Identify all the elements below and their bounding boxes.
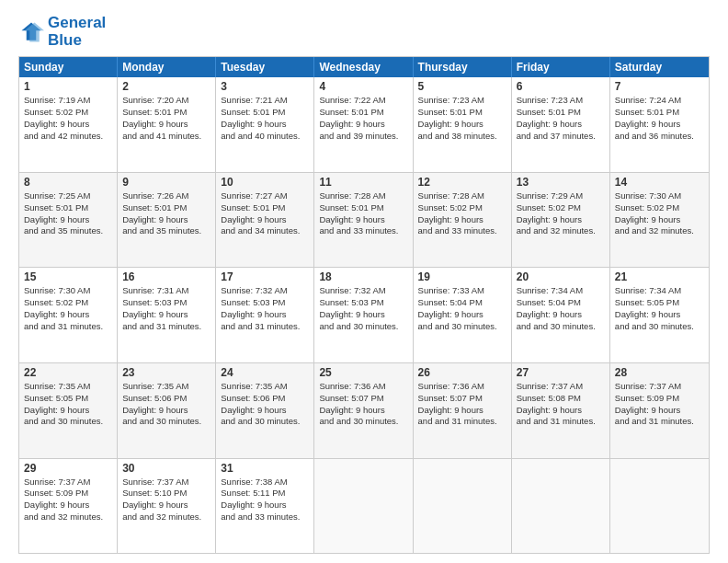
day-cell-11: 11Sunrise: 7:28 AMSunset: 5:01 PMDayligh…	[314, 173, 413, 268]
daylight-value: and and 30 minutes.	[122, 416, 210, 428]
daylight-value: and and 30 minutes.	[319, 416, 407, 428]
day-cell-29: 29Sunrise: 7:37 AMSunset: 5:09 PMDayligh…	[19, 459, 118, 554]
day-number: 11	[319, 176, 407, 189]
sunset-line: Sunset: 5:01 PM	[319, 202, 407, 214]
sunrise-line: Sunrise: 7:37 AM	[122, 477, 210, 488]
logo-text: General Blue	[48, 15, 106, 49]
sunset-line: Sunset: 5:07 PM	[418, 393, 506, 405]
sunrise-line: Sunrise: 7:35 AM	[122, 381, 210, 393]
sunset-line: Sunset: 5:01 PM	[24, 202, 112, 214]
sunset-line: Sunset: 5:06 PM	[221, 393, 309, 405]
day-number: 10	[221, 176, 309, 189]
sunrise-line: Sunrise: 7:24 AM	[615, 95, 704, 107]
daylight-value: and and 31 minutes.	[418, 416, 506, 428]
day-cell-20: 20Sunrise: 7:34 AMSunset: 5:04 PMDayligh…	[512, 268, 610, 362]
sunset-line: Sunset: 5:02 PM	[24, 297, 112, 309]
day-number: 5	[418, 80, 506, 93]
weekday-header-saturday: Saturday	[610, 57, 709, 77]
daylight-value: and and 32 minutes.	[615, 225, 704, 237]
daylight-label: Daylight: 9 hours	[517, 214, 605, 226]
daylight-value: and and 30 minutes.	[221, 416, 309, 428]
day-number: 24	[221, 366, 309, 379]
calendar-page: General Blue SundayMondayTuesdayWednesda…	[0, 0, 728, 563]
sunset-line: Sunset: 5:01 PM	[615, 107, 704, 119]
weekday-header-friday: Friday	[512, 57, 610, 77]
day-cell-7: 7Sunrise: 7:24 AMSunset: 5:01 PMDaylight…	[610, 77, 709, 172]
day-cell-2: 2Sunrise: 7:20 AMSunset: 5:01 PMDaylight…	[118, 77, 216, 172]
sunrise-line: Sunrise: 7:35 AM	[221, 381, 309, 393]
daylight-value: and and 39 minutes.	[319, 131, 407, 143]
day-number: 18	[319, 270, 407, 283]
sunset-line: Sunset: 5:03 PM	[122, 297, 210, 309]
empty-cell	[314, 459, 413, 554]
day-cell-12: 12Sunrise: 7:28 AMSunset: 5:02 PMDayligh…	[414, 173, 512, 268]
calendar-header-row: SundayMondayTuesdayWednesdayThursdayFrid…	[19, 57, 709, 77]
daylight-label: Daylight: 9 hours	[24, 309, 112, 321]
daylight-value: and and 31 minutes.	[517, 416, 605, 428]
daylight-label: Daylight: 9 hours	[418, 309, 506, 321]
daylight-value: and and 35 minutes.	[24, 225, 112, 237]
daylight-value: and and 30 minutes.	[517, 321, 605, 333]
daylight-value: and and 31 minutes.	[122, 321, 210, 333]
daylight-value: and and 40 minutes.	[221, 131, 309, 143]
sunset-line: Sunset: 5:05 PM	[24, 393, 112, 405]
weekday-header-wednesday: Wednesday	[314, 57, 413, 77]
sunrise-line: Sunrise: 7:34 AM	[517, 285, 605, 297]
sunset-line: Sunset: 5:04 PM	[418, 297, 506, 309]
sunrise-line: Sunrise: 7:31 AM	[122, 285, 210, 297]
sunset-line: Sunset: 5:02 PM	[517, 202, 605, 214]
day-cell-17: 17Sunrise: 7:32 AMSunset: 5:03 PMDayligh…	[216, 268, 314, 362]
daylight-label: Daylight: 9 hours	[122, 309, 210, 321]
sunrise-line: Sunrise: 7:20 AM	[122, 95, 210, 107]
day-cell-28: 28Sunrise: 7:37 AMSunset: 5:09 PMDayligh…	[610, 363, 709, 458]
daylight-value: and and 30 minutes.	[319, 321, 407, 333]
sunset-line: Sunset: 5:01 PM	[418, 107, 506, 119]
day-cell-16: 16Sunrise: 7:31 AMSunset: 5:03 PMDayligh…	[118, 268, 216, 362]
sunrise-line: Sunrise: 7:37 AM	[615, 381, 704, 393]
daylight-value: and and 32 minutes.	[517, 225, 605, 237]
day-number: 9	[122, 176, 210, 189]
daylight-label: Daylight: 9 hours	[221, 119, 309, 131]
daylight-value: and and 33 minutes.	[319, 225, 407, 237]
day-cell-22: 22Sunrise: 7:35 AMSunset: 5:05 PMDayligh…	[19, 363, 118, 458]
day-cell-30: 30Sunrise: 7:37 AMSunset: 5:10 PMDayligh…	[118, 459, 216, 554]
daylight-value: and and 30 minutes.	[24, 416, 112, 428]
sunset-line: Sunset: 5:04 PM	[517, 297, 605, 309]
day-cell-25: 25Sunrise: 7:36 AMSunset: 5:07 PMDayligh…	[314, 363, 413, 458]
daylight-label: Daylight: 9 hours	[122, 500, 210, 511]
day-number: 30	[122, 462, 210, 475]
day-cell-8: 8Sunrise: 7:25 AMSunset: 5:01 PMDaylight…	[19, 173, 118, 268]
day-cell-31: 31Sunrise: 7:38 AMSunset: 5:11 PMDayligh…	[216, 459, 314, 554]
sunset-line: Sunset: 5:01 PM	[319, 107, 407, 119]
sunset-line: Sunset: 5:06 PM	[122, 393, 210, 405]
sunset-line: Sunset: 5:02 PM	[615, 202, 704, 214]
sunrise-line: Sunrise: 7:26 AM	[122, 190, 210, 202]
day-number: 15	[24, 270, 112, 283]
day-cell-10: 10Sunrise: 7:27 AMSunset: 5:01 PMDayligh…	[216, 173, 314, 268]
sunset-line: Sunset: 5:01 PM	[517, 107, 605, 119]
daylight-label: Daylight: 9 hours	[24, 119, 112, 131]
day-cell-26: 26Sunrise: 7:36 AMSunset: 5:07 PMDayligh…	[414, 363, 512, 458]
daylight-label: Daylight: 9 hours	[221, 405, 309, 417]
day-number: 1	[24, 80, 112, 93]
daylight-value: and and 32 minutes.	[24, 511, 112, 523]
empty-cell	[414, 459, 512, 554]
day-cell-23: 23Sunrise: 7:35 AMSunset: 5:06 PMDayligh…	[118, 363, 216, 458]
empty-cell	[512, 459, 610, 554]
sunrise-line: Sunrise: 7:23 AM	[517, 95, 605, 107]
sunrise-line: Sunrise: 7:19 AM	[24, 95, 112, 107]
weekday-header-tuesday: Tuesday	[216, 57, 314, 77]
calendar-week-2: 8Sunrise: 7:25 AMSunset: 5:01 PMDaylight…	[19, 173, 709, 269]
daylight-label: Daylight: 9 hours	[517, 119, 605, 131]
day-number: 27	[517, 366, 605, 379]
daylight-label: Daylight: 9 hours	[517, 309, 605, 321]
day-cell-3: 3Sunrise: 7:21 AMSunset: 5:01 PMDaylight…	[216, 77, 314, 172]
sunrise-line: Sunrise: 7:35 AM	[24, 381, 112, 393]
day-cell-1: 1Sunrise: 7:19 AMSunset: 5:02 PMDaylight…	[19, 77, 118, 172]
daylight-label: Daylight: 9 hours	[24, 214, 112, 226]
sunset-line: Sunset: 5:09 PM	[615, 393, 704, 405]
daylight-label: Daylight: 9 hours	[122, 405, 210, 417]
calendar-week-4: 22Sunrise: 7:35 AMSunset: 5:05 PMDayligh…	[19, 363, 709, 459]
daylight-label: Daylight: 9 hours	[319, 405, 407, 417]
day-cell-18: 18Sunrise: 7:32 AMSunset: 5:03 PMDayligh…	[314, 268, 413, 362]
